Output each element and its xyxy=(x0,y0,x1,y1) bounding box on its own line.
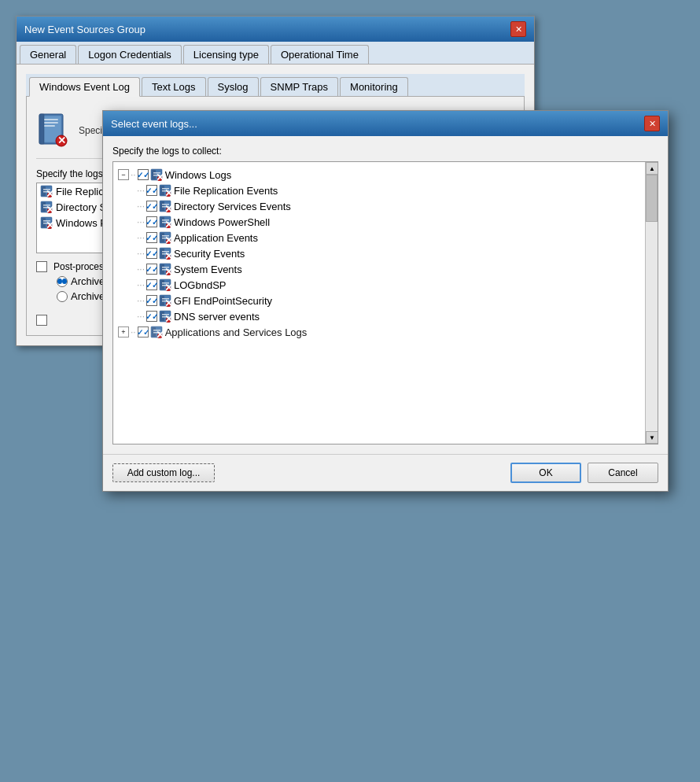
tree-scroll-up[interactable]: ▲ xyxy=(646,162,658,175)
svg-text:✕: ✕ xyxy=(164,250,172,260)
overlay-title: Select event logs... xyxy=(111,118,197,130)
tree-scroll-thumb[interactable] xyxy=(646,175,658,222)
svg-text:✕: ✕ xyxy=(164,234,172,245)
tree-item-logbndsp[interactable]: ··· ✓ ✕ LOGbndSP xyxy=(113,277,645,293)
tree-check-directory-services[interactable]: ✓ xyxy=(146,201,157,212)
top-tab-row: General Logon Credentials Licensing type… xyxy=(17,42,534,65)
tree-label-dns-server: DNS server events xyxy=(174,311,260,323)
overlay-dialog: Select event logs... ✕ Specify the logs … xyxy=(102,110,669,492)
main-titlebar: New Event Sources Group ✕ xyxy=(17,17,534,42)
tree-item-gfi-endpoint[interactable]: ··· ✓ ✕ GFI EndPointSecurity xyxy=(113,293,645,308)
add-custom-log-button[interactable]: Add custom log... xyxy=(112,463,215,482)
svg-text:✕: ✕ xyxy=(155,329,163,339)
overlay-content: Specify the logs to collect: − ·· ✓ ✕ Wi… xyxy=(103,136,668,454)
tab-general[interactable]: General xyxy=(20,45,76,64)
main-title: New Event Sources Group xyxy=(24,24,146,35)
svg-rect-5 xyxy=(44,125,55,127)
tree-label-logbndsp: LOGbndSP xyxy=(174,279,227,291)
tree-check-system-events[interactable]: ✓ xyxy=(146,264,157,275)
svg-text:✕: ✕ xyxy=(164,219,172,229)
tree-expand-windows-logs[interactable]: − xyxy=(118,169,129,180)
svg-text:✕: ✕ xyxy=(164,282,172,292)
tab-text-logs[interactable]: Text Logs xyxy=(142,77,206,96)
tree-area[interactable]: − ·· ✓ ✕ Windows Logs ··· ✓ ✕ File Repli… xyxy=(112,161,658,444)
tab-monitoring[interactable]: Monitoring xyxy=(340,77,408,96)
overlay-buttons-row: Add custom log... OK Cancel xyxy=(103,454,668,491)
svg-text:✕: ✕ xyxy=(155,172,163,182)
svg-text:✕: ✕ xyxy=(164,313,172,323)
tree-scrollbar[interactable]: ▲ ▼ xyxy=(645,162,658,444)
ok-button[interactable]: OK xyxy=(510,463,581,483)
tree-label-windows-logs: Windows Logs xyxy=(165,169,232,181)
tree-scroll-track[interactable] xyxy=(646,175,658,431)
tab-logon-credentials[interactable]: Logon Credentials xyxy=(78,45,182,64)
tree-check-dns-server[interactable]: ✓ xyxy=(146,311,157,322)
tree-check-file-replication[interactable]: ✓ xyxy=(146,185,157,196)
tab-syslog[interactable]: Syslog xyxy=(208,77,259,96)
svg-rect-3 xyxy=(44,119,58,120)
tree-root-windows-logs[interactable]: − ·· ✓ ✕ Windows Logs xyxy=(113,167,645,183)
tree-label-app-services: Applications and Services Logs xyxy=(165,326,308,338)
tree-check-windows-logs[interactable]: ✓ xyxy=(138,169,149,180)
tree-label-file-replication: File Replication Events xyxy=(174,185,278,197)
tree-label-directory-services: Directory Services Events xyxy=(174,201,291,212)
main-close-button[interactable]: ✕ xyxy=(510,21,526,37)
post-checkbox[interactable] xyxy=(36,261,47,272)
tree-scroll-down[interactable]: ▼ xyxy=(646,431,658,444)
overlay-close-button[interactable]: ✕ xyxy=(644,116,660,131)
svg-text:✕: ✕ xyxy=(46,204,53,214)
inner-tab-row: Windows Event Log Text Logs Syslog SNMP … xyxy=(26,74,525,97)
tree-check-security-events[interactable]: ✓ xyxy=(146,248,157,259)
book-icon: ✕ xyxy=(36,113,68,149)
overlay-titlebar: Select event logs... ✕ xyxy=(103,111,668,136)
tree-check-logbndsp[interactable]: ✓ xyxy=(146,279,157,290)
tree-item-dns-server[interactable]: ··· ✓ ✕ DNS server events xyxy=(113,308,645,324)
svg-text:✕: ✕ xyxy=(46,219,53,230)
bottom-checkbox[interactable] xyxy=(36,315,47,326)
tree-item-security-events[interactable]: ··· ✓ ✕ Security Events xyxy=(113,245,645,261)
tree-content: − ·· ✓ ✕ Windows Logs ··· ✓ ✕ File Repli… xyxy=(113,162,645,444)
tree-check-windows-powershell[interactable]: ✓ xyxy=(146,216,157,227)
tree-item-application-events[interactable]: ··· ✓ ✕ Application Events xyxy=(113,230,645,245)
tree-item-app-services[interactable]: + ·· ✓ ✕ Applications and Services Logs xyxy=(113,324,645,340)
tab-windows-event-log[interactable]: Windows Event Log xyxy=(29,77,140,97)
tree-label-gfi-endpoint: GFI EndPointSecurity xyxy=(174,295,272,307)
tree-label-security-events: Security Events xyxy=(174,248,245,260)
tree-check-gfi-endpoint[interactable]: ✓ xyxy=(146,295,157,306)
tree-expand-app-services[interactable]: + xyxy=(118,326,129,338)
tab-operational-time[interactable]: Operational Time xyxy=(271,45,369,64)
svg-text:✕: ✕ xyxy=(164,266,172,276)
svg-text:✕: ✕ xyxy=(46,188,53,198)
svg-text:✕: ✕ xyxy=(164,203,172,213)
tree-check-app-services[interactable]: ✓ xyxy=(138,326,149,338)
tree-check-application-events[interactable]: ✓ xyxy=(146,232,157,243)
tree-item-directory-services[interactable]: ··· ✓ ✕ Directory Services Events xyxy=(113,198,645,214)
tree-label-system-events: System Events xyxy=(174,264,242,275)
tree-label-application-events: Application Events xyxy=(174,232,258,244)
cancel-button[interactable]: Cancel xyxy=(588,463,658,483)
overlay-specify-label: Specify the logs to collect: xyxy=(112,146,658,157)
tree-item-windows-powershell[interactable]: ··· ✓ ✕ Windows PowerShell xyxy=(113,214,645,230)
tab-licensing-type[interactable]: Licensing type xyxy=(183,45,269,64)
tree-item-file-replication[interactable]: ··· ✓ ✕ File Replication Events xyxy=(113,183,645,198)
svg-text:✕: ✕ xyxy=(164,297,172,308)
radio-archive-only[interactable] xyxy=(57,291,68,302)
tree-label-windows-powershell: Windows PowerShell xyxy=(174,216,270,228)
svg-rect-4 xyxy=(44,122,58,124)
tab-snmp-traps[interactable]: SNMP Traps xyxy=(260,77,338,96)
radio-archive-delete[interactable] xyxy=(57,276,68,287)
tree-item-system-events[interactable]: ··· ✓ ✕ System Events xyxy=(113,261,645,277)
svg-text:✕: ✕ xyxy=(57,135,66,146)
svg-text:✕: ✕ xyxy=(164,187,172,197)
ok-cancel-row: OK Cancel xyxy=(510,463,658,483)
svg-rect-2 xyxy=(39,114,44,144)
